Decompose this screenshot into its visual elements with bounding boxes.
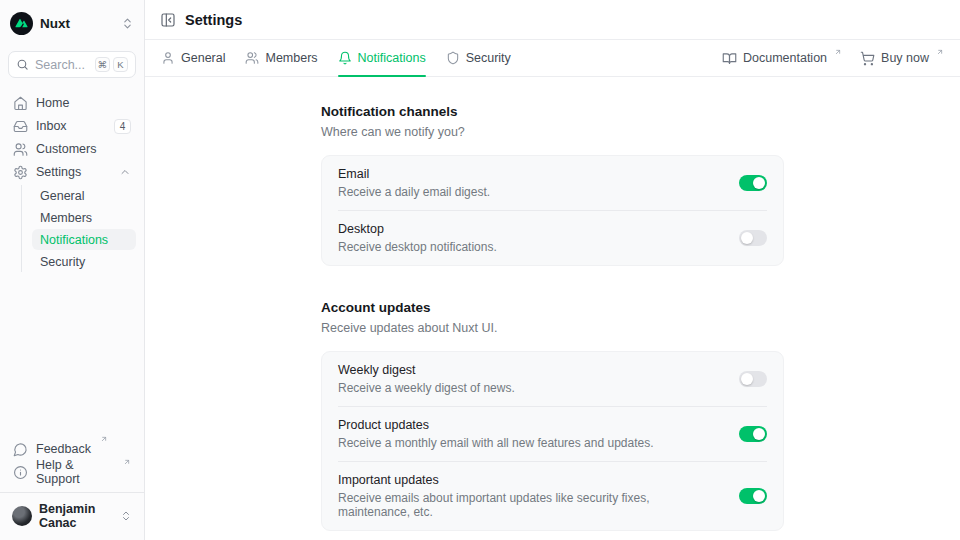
sidebar-footer: Feedback Help & Support Benjamin Canac <box>8 438 136 532</box>
sub-item-label: Security <box>40 255 85 269</box>
weekly-digest-toggle[interactable] <box>739 371 767 387</box>
sidebar-divider <box>0 492 144 493</box>
book-open-icon <box>722 51 737 66</box>
action-label: Documentation <box>743 51 827 65</box>
toggle-knob <box>753 177 765 189</box>
search-shortcut: ⌘ K <box>95 57 129 72</box>
tab-label: Notifications <box>358 51 426 65</box>
tab-members[interactable]: Members <box>245 40 317 76</box>
page-title: Settings <box>185 12 242 28</box>
setting-row-desktop: Desktop Receive desktop notifications. <box>338 210 767 265</box>
sub-item-label: Members <box>40 211 92 225</box>
message-circle-icon <box>13 442 28 457</box>
tab-bar: General Members Notifications <box>145 40 960 77</box>
product-updates-toggle[interactable] <box>739 426 767 442</box>
setting-row-product-updates: Product updates Receive a monthly email … <box>338 406 767 461</box>
setting-description: Receive a monthly email with all new fea… <box>338 436 654 450</box>
section-title: Notification channels <box>321 104 784 119</box>
external-link-icon <box>936 48 944 56</box>
tab-label: Members <box>265 51 317 65</box>
setting-label: Email <box>338 167 490 181</box>
help-support-link[interactable]: Help & Support <box>8 461 136 483</box>
sidebar-item-home[interactable]: Home <box>8 92 136 114</box>
section-account-updates: Account updates Receive updates about Nu… <box>321 300 784 531</box>
setting-label: Weekly digest <box>338 363 515 377</box>
page-header: Settings <box>145 0 960 40</box>
search-icon <box>16 58 29 71</box>
setting-row-weekly-digest: Weekly digest Receive a weekly digest of… <box>338 352 767 406</box>
tab-general[interactable]: General <box>161 40 225 76</box>
setting-text: Email Receive a daily email digest. <box>338 167 490 199</box>
tab-security[interactable]: Security <box>446 40 511 76</box>
main-area: Settings General Members <box>145 0 960 540</box>
email-toggle[interactable] <box>739 175 767 191</box>
user-name: Benjamin Canac <box>39 502 113 530</box>
sidebar-item-general[interactable]: General <box>32 185 136 206</box>
toggle-knob <box>753 428 765 440</box>
setting-text: Desktop Receive desktop notifications. <box>338 222 497 254</box>
sub-item-label: Notifications <box>40 233 108 247</box>
users-icon <box>13 142 28 157</box>
user-menu[interactable]: Benjamin Canac <box>8 494 136 532</box>
setting-text: Weekly digest Receive a weekly digest of… <box>338 363 515 395</box>
setting-label: Important updates <box>338 473 723 487</box>
users-icon <box>245 51 259 65</box>
tabs: General Members Notifications <box>161 40 511 76</box>
setting-text: Product updates Receive a monthly email … <box>338 418 654 450</box>
setting-label: Product updates <box>338 418 654 432</box>
tab-label: General <box>181 51 225 65</box>
sidebar-item-inbox[interactable]: Inbox 4 <box>8 115 136 137</box>
sidebar-item-settings[interactable]: Settings <box>8 161 136 183</box>
buy-now-button[interactable]: Buy now <box>860 51 944 66</box>
sidebar-item-members[interactable]: Members <box>32 207 136 228</box>
nuxt-logo-icon <box>10 12 33 35</box>
important-updates-toggle[interactable] <box>739 488 767 504</box>
setting-description: Receive a daily email digest. <box>338 185 490 199</box>
feedback-link[interactable]: Feedback <box>8 438 136 460</box>
section-notification-channels: Notification channels Where can we notif… <box>321 104 784 266</box>
setting-row-important-updates: Important updates Receive emails about i… <box>338 461 767 530</box>
search-input[interactable]: Search... ⌘ K <box>8 51 136 78</box>
setting-row-email: Email Receive a daily email digest. <box>338 156 767 210</box>
section-description: Where can we notify you? <box>321 125 784 139</box>
toggle-knob <box>741 373 753 385</box>
shopping-cart-icon <box>860 51 875 66</box>
section-description: Receive updates about Nuxt UI. <box>321 321 784 335</box>
user-avatar <box>12 506 32 526</box>
setting-description: Receive a weekly digest of news. <box>338 381 515 395</box>
bell-icon <box>338 51 352 65</box>
footer-link-label: Help & Support <box>36 458 114 486</box>
tab-actions: Documentation Buy now <box>722 51 944 66</box>
sidebar-item-notifications[interactable]: Notifications <box>32 229 136 250</box>
collapse-sidebar-icon[interactable] <box>160 12 176 28</box>
setting-text: Important updates Receive emails about i… <box>338 473 723 519</box>
footer-link-label: Feedback <box>36 442 91 456</box>
gear-icon <box>13 165 28 180</box>
external-link-icon <box>123 458 131 466</box>
setting-description: Receive emails about important updates l… <box>338 491 723 519</box>
sidebar: Nuxt Search... ⌘ K Home <box>0 0 145 540</box>
toggle-knob <box>741 232 753 244</box>
documentation-link[interactable]: Documentation <box>722 51 842 66</box>
sidebar-item-label: Home <box>36 96 69 110</box>
sidebar-item-customers[interactable]: Customers <box>8 138 136 160</box>
sidebar-item-security[interactable]: Security <box>32 251 136 272</box>
sub-item-label: General <box>40 189 84 203</box>
chevron-up-icon <box>119 166 131 178</box>
sidebar-item-label: Customers <box>36 142 96 156</box>
team-switcher[interactable]: Nuxt <box>8 8 136 38</box>
info-circle-icon <box>13 465 28 480</box>
desktop-toggle[interactable] <box>739 230 767 246</box>
section-title: Account updates <box>321 300 784 315</box>
settings-card: Weekly digest Receive a weekly digest of… <box>321 351 784 531</box>
action-label: Buy now <box>881 51 929 65</box>
sidebar-item-label: Settings <box>36 165 81 179</box>
shield-icon <box>446 51 460 65</box>
settings-content: Notification channels Where can we notif… <box>145 77 960 540</box>
tab-notifications[interactable]: Notifications <box>338 40 426 76</box>
sidebar-item-label: Inbox <box>36 119 67 133</box>
toggle-knob <box>753 490 765 502</box>
kbd-meta: ⌘ <box>95 57 111 72</box>
external-link-icon <box>100 435 108 443</box>
settings-card: Email Receive a daily email digest. Desk… <box>321 155 784 266</box>
